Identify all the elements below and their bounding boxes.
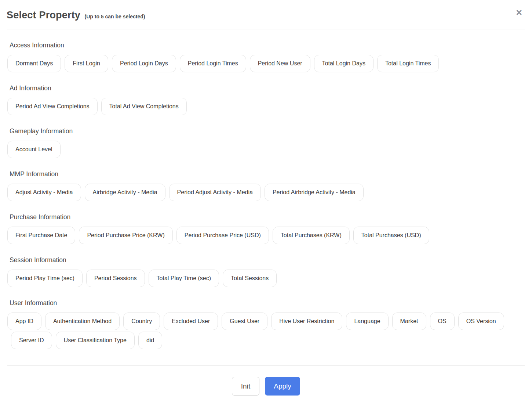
chip-total-purchases-krw[interactable]: Total Purchases (KRW) <box>273 227 350 244</box>
chip-market[interactable]: Market <box>392 313 426 330</box>
chip-period-sessions[interactable]: Period Sessions <box>86 270 145 287</box>
chip-row: App IDAuthentication MethodCountryExclud… <box>7 313 525 330</box>
footer-divider <box>7 365 525 366</box>
section-access-information: Access InformationDormant DaysFirst Logi… <box>7 41 525 72</box>
section-mmp-information: MMP InformationAdjust Activity - MediaAi… <box>7 170 525 201</box>
chip-period-play-time-sec[interactable]: Period Play Time (sec) <box>7 270 83 287</box>
page-title: Select Property <box>7 10 80 21</box>
init-button[interactable]: Init <box>232 377 259 396</box>
section-label: Gameplay Information <box>10 127 525 135</box>
chip-period-purchase-price-krw[interactable]: Period Purchase Price (KRW) <box>79 227 172 244</box>
chip-os-version[interactable]: OS Version <box>458 313 504 330</box>
chip-airbridge-activity-media[interactable]: Airbridge Activity - Media <box>85 184 165 201</box>
chip-row: Period Ad View CompletionsTotal Ad View … <box>7 98 525 115</box>
chip-row: Adjust Activity - MediaAirbridge Activit… <box>7 184 525 201</box>
chip-language[interactable]: Language <box>346 313 388 330</box>
chip-server-id[interactable]: Server ID <box>11 332 52 349</box>
section-label: Session Information <box>10 256 525 264</box>
selection-limit-hint: (Up to 5 can be selected) <box>85 14 145 19</box>
chip-row: First Purchase DatePeriod Purchase Price… <box>7 227 525 244</box>
chip-period-airbridge-activity-media[interactable]: Period Airbridge Activity - Media <box>265 184 364 201</box>
chip-total-login-days[interactable]: Total Login Days <box>314 55 374 72</box>
chip-total-ad-view-completions[interactable]: Total Ad View Completions <box>101 98 187 115</box>
chip-first-purchase-date[interactable]: First Purchase Date <box>7 227 75 244</box>
chip-row: Period Play Time (sec)Period SessionsTot… <box>7 270 525 287</box>
section-label: Purchase Information <box>10 213 525 221</box>
chip-country[interactable]: Country <box>123 313 160 330</box>
apply-button[interactable]: Apply <box>265 377 300 396</box>
chip-period-adjust-activity-media[interactable]: Period Adjust Activity - Media <box>169 184 261 201</box>
chip-total-login-times[interactable]: Total Login Times <box>377 55 439 72</box>
chip-app-id[interactable]: App ID <box>7 313 41 330</box>
chip-did[interactable]: did <box>138 332 162 349</box>
chip-row: Dormant DaysFirst LoginPeriod Login Days… <box>7 55 525 72</box>
chip-authentication-method[interactable]: Authentication Method <box>45 313 120 330</box>
chip-dormant-days[interactable]: Dormant Days <box>7 55 61 72</box>
section-user-information: User InformationApp IDAuthentication Met… <box>7 299 525 349</box>
chip-total-play-time-sec[interactable]: Total Play Time (sec) <box>149 270 219 287</box>
chip-guest-user[interactable]: Guest User <box>222 313 267 330</box>
chip-total-purchases-usd[interactable]: Total Purchases (USD) <box>353 227 429 244</box>
chip-user-classification-type[interactable]: User Classification Type <box>56 332 135 349</box>
section-ad-information: Ad InformationPeriod Ad View Completions… <box>7 84 525 115</box>
section-label: User Information <box>10 299 525 307</box>
chip-os[interactable]: OS <box>430 313 455 330</box>
chip-first-login[interactable]: First Login <box>65 55 108 72</box>
chip-hive-user-restriction[interactable]: Hive User Restriction <box>271 313 342 330</box>
close-icon[interactable]: ✕ <box>516 9 522 17</box>
chip-total-sessions[interactable]: Total Sessions <box>223 270 277 287</box>
chip-period-ad-view-completions[interactable]: Period Ad View Completions <box>7 98 98 115</box>
header-divider <box>7 29 525 29</box>
section-purchase-information: Purchase InformationFirst Purchase DateP… <box>7 213 525 244</box>
section-session-information: Session InformationPeriod Play Time (sec… <box>7 256 525 287</box>
chip-row: Server IDUser Classification Typedid <box>11 332 525 349</box>
chip-adjust-activity-media[interactable]: Adjust Activity - Media <box>7 184 81 201</box>
chip-row: Account Level <box>7 141 525 158</box>
section-label: Ad Information <box>10 84 525 92</box>
chip-account-level[interactable]: Account Level <box>7 141 61 158</box>
modal-header: Select Property (Up to 5 can be selected… <box>0 0 532 29</box>
chip-excluded-user[interactable]: Excluded User <box>164 313 218 330</box>
footer-buttons: Init Apply <box>0 377 532 396</box>
chip-period-login-days[interactable]: Period Login Days <box>112 55 176 72</box>
section-label: MMP Information <box>10 170 525 178</box>
chip-period-new-user[interactable]: Period New User <box>250 55 310 72</box>
section-gameplay-information: Gameplay InformationAccount Level <box>7 127 525 158</box>
chip-period-login-times[interactable]: Period Login Times <box>180 55 246 72</box>
chip-period-purchase-price-usd[interactable]: Period Purchase Price (USD) <box>176 227 269 244</box>
section-label: Access Information <box>10 41 525 49</box>
property-sections: Access InformationDormant DaysFirst Logi… <box>0 41 532 349</box>
